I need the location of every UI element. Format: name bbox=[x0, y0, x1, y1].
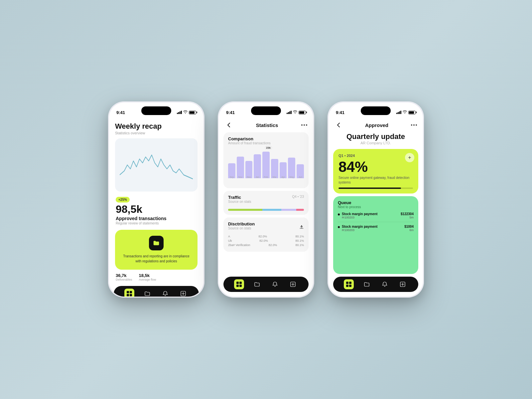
phone-1: 9:41 bbox=[108, 101, 204, 298]
avgflow-stat: 18,5k Average flow bbox=[139, 273, 156, 281]
phone1-content: Weekly recap Statistics overview +25% 98… bbox=[109, 119, 203, 283]
quarterly-card: Q1 • 2024 + 84% Secure online payment ga… bbox=[333, 149, 418, 194]
traffic-title: Traffic bbox=[228, 195, 251, 200]
nav-edit-2[interactable] bbox=[288, 279, 298, 289]
percent-badge: +25% bbox=[116, 197, 130, 202]
avgflow-label: Average flow bbox=[139, 278, 156, 281]
status-icons-3 bbox=[396, 110, 416, 114]
more-menu-2[interactable] bbox=[301, 124, 307, 126]
svg-rect-6 bbox=[236, 282, 239, 284]
page-title-1: Weekly recap bbox=[115, 122, 198, 130]
bar-dec: Dec bbox=[245, 148, 253, 178]
nav-folder-2[interactable] bbox=[252, 279, 262, 289]
stat-label: Approved transactions bbox=[116, 216, 197, 221]
queue-right-1: $122304 5m bbox=[401, 212, 414, 219]
wifi-icon-1 bbox=[183, 110, 188, 114]
status-icons-1 bbox=[177, 110, 196, 114]
dynamic-island-3 bbox=[361, 106, 391, 115]
folder-icon bbox=[149, 236, 164, 250]
bar-jan: Jan bbox=[254, 148, 261, 178]
svg-rect-2 bbox=[127, 294, 129, 296]
queue-title: Queue bbox=[338, 200, 414, 205]
signal-icon-2 bbox=[287, 111, 292, 114]
stat-number: 98,5k bbox=[116, 204, 197, 214]
dist-title: Disctribution bbox=[228, 221, 255, 226]
nav-grid-3[interactable] bbox=[344, 279, 354, 289]
queue-name-2: Stock margin payment bbox=[342, 225, 377, 228]
nav-bell-1[interactable] bbox=[160, 289, 170, 297]
back-button-3[interactable] bbox=[334, 121, 342, 129]
traffic-subtitle: Source on stats bbox=[228, 200, 251, 203]
time-2: 9:41 bbox=[226, 110, 235, 115]
svg-rect-8 bbox=[236, 285, 239, 287]
svg-rect-13 bbox=[346, 285, 348, 287]
signal-icon-3 bbox=[396, 111, 401, 114]
header-title-3: Approved bbox=[365, 122, 388, 128]
dist-icon[interactable] bbox=[299, 225, 304, 229]
back-button-2[interactable] bbox=[225, 121, 233, 129]
battery-icon-2 bbox=[299, 111, 306, 114]
queue-right-2: $1004 6m bbox=[404, 225, 414, 232]
queue-item-1[interactable]: Stock margin payment #r100203 $122304 5m bbox=[338, 212, 414, 222]
bar-may: May bbox=[288, 148, 295, 178]
comparison-subtitle: Amount of fraud transactions bbox=[228, 141, 304, 145]
traffic-card: Traffic Source on stats Q4 • '23 bbox=[223, 191, 309, 215]
phone-3: 9:41 bbox=[328, 101, 424, 298]
bar-chart: Sep Nov Dec Jan bbox=[228, 148, 304, 184]
percent-display: 84% bbox=[338, 160, 413, 174]
nav-bell-2[interactable] bbox=[270, 279, 280, 289]
bar-sep: Sep bbox=[228, 148, 235, 178]
battery-icon-3 bbox=[408, 111, 416, 114]
phone3-content: Quarterly update AR Company LTD. Q1 • 20… bbox=[329, 132, 423, 274]
dynamic-island-2 bbox=[251, 106, 281, 115]
svg-rect-9 bbox=[239, 285, 242, 287]
dynamic-island-1 bbox=[141, 106, 171, 115]
dist-row-3: 2ba# Verification82.0%80.1% bbox=[228, 243, 304, 247]
queue-item-2[interactable]: Stock margin payment #r100203 $1004 6m bbox=[338, 225, 414, 234]
compliance-card[interactable]: Transactions and reporting are in compli… bbox=[115, 230, 198, 270]
nav-edit-1[interactable] bbox=[178, 289, 188, 297]
battery-icon-1 bbox=[189, 111, 196, 114]
nav-folder-3[interactable] bbox=[362, 279, 372, 289]
more-menu-3[interactable] bbox=[411, 124, 417, 126]
svg-rect-12 bbox=[349, 282, 351, 284]
queue-amount-1: $122304 bbox=[401, 212, 414, 216]
traffic-date: Q4 • '23 bbox=[292, 195, 304, 199]
nav-bell-3[interactable] bbox=[380, 279, 390, 289]
nav-folder-1[interactable] bbox=[142, 289, 152, 297]
dist-subtitle: Source on stats bbox=[228, 226, 255, 230]
queue-time-1: 5m bbox=[401, 216, 414, 219]
deliverables-num: 36,7k bbox=[116, 273, 132, 278]
queue-amount-2: $1004 bbox=[404, 225, 414, 228]
dist-row-1: A82.0%80.1% bbox=[228, 235, 304, 238]
q1-label: Q1 • 2024 bbox=[338, 154, 413, 158]
svg-rect-3 bbox=[130, 294, 132, 296]
nav-grid-2[interactable] bbox=[234, 279, 244, 289]
nav-edit-3[interactable] bbox=[398, 279, 408, 289]
compliance-text: Transactions and reporting are in compli… bbox=[120, 254, 192, 264]
queue-id-1: #r100203 bbox=[342, 216, 377, 219]
bottom-nav-1 bbox=[114, 286, 199, 297]
page-subtitle-1: Statistics overview bbox=[115, 131, 198, 135]
queue-time-2: 6m bbox=[404, 228, 414, 232]
phones-container: 9:41 bbox=[108, 101, 424, 298]
bar-apr: Apr bbox=[280, 148, 287, 178]
comparison-card: Comparison Amount of fraud transactions … bbox=[223, 132, 309, 188]
bottom-nav-2 bbox=[223, 277, 309, 292]
distribution-card: Disctribution Source on stats A82. bbox=[223, 217, 309, 252]
chart-area bbox=[115, 138, 198, 192]
bottom-stats: 36,7k Deliverables 18,5k Average flow bbox=[115, 272, 198, 283]
nav-grid-1[interactable] bbox=[124, 289, 134, 297]
comparison-title: Comparison bbox=[228, 136, 304, 141]
queue-id-2: #r100203 bbox=[342, 228, 377, 232]
phone-2: 9:41 bbox=[218, 101, 314, 298]
dist-row-2: Ub82.0%80.1% bbox=[228, 239, 304, 242]
stat-desc: Regular review of statements bbox=[116, 221, 197, 225]
traffic-header: Traffic Source on stats Q4 • '23 bbox=[228, 195, 304, 206]
quarterly-desc: Secure online payment gateway, fraud det… bbox=[338, 176, 413, 185]
queue-dot-2 bbox=[338, 226, 340, 228]
add-quarter-btn[interactable]: + bbox=[405, 153, 414, 162]
deliverables-label: Deliverables bbox=[116, 278, 132, 281]
dist-rows: A82.0%80.1% Ub82.0%80.1% 2ba# Verificati… bbox=[228, 235, 304, 247]
dist-header: Disctribution Source on stats bbox=[228, 221, 304, 233]
